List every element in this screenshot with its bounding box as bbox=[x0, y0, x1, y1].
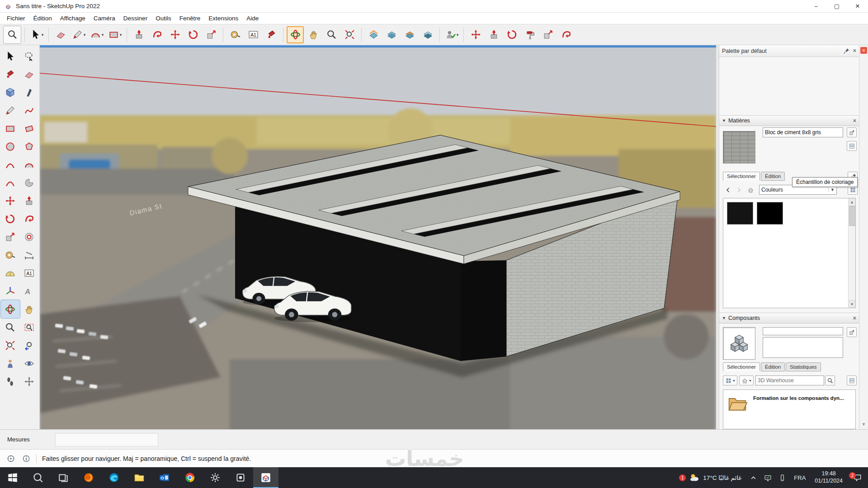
collapse-triangle-icon[interactable]: ▼ bbox=[722, 316, 726, 320]
select-tool-button[interactable]: ▾ bbox=[28, 26, 45, 43]
material-preview-thumbnail[interactable] bbox=[723, 131, 755, 164]
component-preview-thumbnail[interactable] bbox=[723, 327, 755, 360]
push-pull-tool-button[interactable] bbox=[130, 26, 147, 43]
viewport-canvas[interactable]: Diama St bbox=[40, 47, 716, 429]
material-swatch-1[interactable] bbox=[757, 202, 783, 225]
rotated-rectangle-tool-button[interactable] bbox=[20, 119, 39, 137]
materials-tab-selectionner[interactable]: Sélectionner bbox=[723, 172, 760, 181]
zoom-extents-tool-button[interactable] bbox=[1, 336, 20, 354]
weather-widget[interactable]: 1 17°C غائم غالبًا bbox=[675, 472, 746, 483]
select-tool-button[interactable] bbox=[1, 47, 20, 65]
protractor-tool-button[interactable] bbox=[1, 264, 20, 282]
zoom-window-tool-button[interactable] bbox=[20, 318, 39, 336]
scale-tool-button[interactable] bbox=[203, 26, 220, 43]
move-tool-button[interactable] bbox=[1, 192, 20, 210]
taskbar-chrome-icon[interactable] bbox=[177, 467, 203, 488]
tape-measure-tool-button[interactable] bbox=[1, 246, 20, 264]
materials-close-icon[interactable]: ✕ bbox=[853, 118, 857, 124]
rotate-tool-button[interactable] bbox=[184, 26, 202, 43]
components-tab-edition[interactable]: Édition bbox=[761, 362, 785, 371]
polygon-tool-button[interactable] bbox=[20, 137, 39, 155]
pie-tool-button[interactable] bbox=[20, 174, 39, 192]
collapse-triangle-icon[interactable]: ▼ bbox=[722, 118, 726, 123]
text-tool-button[interactable]: A1 bbox=[20, 264, 39, 282]
menu-item-8[interactable]: Aide bbox=[242, 13, 263, 24]
arc-tool-button[interactable] bbox=[1, 155, 20, 174]
walk-tool-button[interactable] bbox=[1, 372, 20, 390]
push-pull-2-tool-button[interactable] bbox=[485, 26, 502, 43]
notification-center-button[interactable]: 2 bbox=[847, 473, 868, 482]
create-material-button[interactable] bbox=[847, 127, 857, 137]
taskbar-sketchup-icon[interactable] bbox=[253, 467, 278, 488]
components-home-button[interactable]: ▾ bbox=[739, 375, 754, 385]
menu-item-4[interactable]: Dessiner bbox=[119, 13, 151, 24]
pin-icon[interactable] bbox=[843, 47, 850, 54]
display-section-cuts-tool-button[interactable] bbox=[401, 26, 418, 43]
geolocation-icon[interactable] bbox=[6, 454, 15, 463]
menu-item-7[interactable]: Extensions bbox=[204, 13, 242, 24]
home-icon[interactable] bbox=[745, 185, 755, 195]
eraser-tool-button[interactable] bbox=[52, 26, 69, 43]
circle-tool-button[interactable] bbox=[1, 137, 20, 155]
move-copy-tool-button[interactable] bbox=[467, 26, 484, 43]
sample-pen-tool-button[interactable] bbox=[20, 83, 39, 101]
tray-phone-icon[interactable] bbox=[775, 474, 789, 482]
axes-tool-button[interactable] bbox=[1, 282, 20, 300]
dropdown-caret-icon[interactable]: ▾ bbox=[102, 33, 104, 37]
dropdown-caret-icon[interactable]: ▾ bbox=[42, 33, 44, 37]
rotate-tool-button[interactable] bbox=[1, 210, 20, 228]
tray-close-button[interactable]: ✕ bbox=[860, 47, 867, 54]
display-section-planes-tool-button[interactable] bbox=[383, 26, 400, 43]
taskbar-file-explorer-icon[interactable] bbox=[127, 467, 152, 488]
menu-item-1[interactable]: Édition bbox=[29, 13, 56, 24]
taskbar-app-icon[interactable] bbox=[228, 467, 253, 488]
section-plane-tool-button[interactable] bbox=[365, 26, 382, 43]
rotate-copy-tool-button[interactable] bbox=[503, 26, 520, 43]
viewport[interactable]: Diama St bbox=[40, 45, 716, 429]
material-name-input[interactable] bbox=[763, 127, 843, 137]
taskbar-task-view-icon[interactable] bbox=[51, 467, 76, 488]
arcs-tool-button[interactable]: ▾ bbox=[88, 26, 105, 43]
taskbar-outlook-icon[interactable]: O bbox=[152, 467, 177, 488]
pan-tool-button[interactable] bbox=[305, 26, 322, 43]
maximize-button[interactable]: ▢ bbox=[826, 0, 847, 12]
dropdown-caret-icon[interactable]: ▾ bbox=[457, 33, 459, 37]
dimensions-tool-button[interactable] bbox=[20, 246, 39, 264]
menu-item-0[interactable]: Fichier bbox=[3, 13, 29, 24]
zoom-tool-button[interactable] bbox=[1, 318, 20, 336]
move-tool-button[interactable] bbox=[166, 26, 184, 43]
materials-swatch-list[interactable]: ▲ ▼ bbox=[723, 198, 856, 308]
zoom-tool-button[interactable] bbox=[3, 26, 21, 44]
push-pull-tool-button[interactable] bbox=[20, 192, 39, 210]
menu-item-6[interactable]: Fenêtre bbox=[175, 13, 205, 24]
components-view-button[interactable]: ▾ bbox=[723, 375, 737, 385]
scroll-down-icon[interactable]: ▼ bbox=[849, 300, 855, 308]
menu-item-2[interactable]: Affichage bbox=[56, 13, 90, 24]
building-dark-wall-corner[interactable] bbox=[461, 260, 506, 361]
lasso-tool-button[interactable] bbox=[20, 47, 39, 65]
three-point-arc-tool-button[interactable] bbox=[1, 174, 20, 192]
clock[interactable]: 19:48 01/11/2024 bbox=[810, 470, 847, 484]
line-tool-button[interactable] bbox=[1, 101, 20, 119]
zoom-previous-tool-button[interactable] bbox=[20, 336, 39, 354]
display-section-fill-tool-button[interactable] bbox=[419, 26, 436, 43]
scale-tool-button[interactable] bbox=[1, 228, 20, 246]
close-button[interactable]: ✕ bbox=[847, 0, 868, 12]
components-tab-selectionner[interactable]: Sélectionner bbox=[723, 362, 760, 371]
zoom-extents-tool-button[interactable] bbox=[341, 26, 358, 43]
shapes-tool-button[interactable]: ▾ bbox=[106, 26, 123, 43]
scroll-thumb[interactable] bbox=[849, 206, 856, 226]
components-section-header[interactable]: ▼ Composants ✕ bbox=[719, 313, 859, 324]
back-arrow-icon[interactable] bbox=[723, 185, 733, 195]
orbit-tool-button[interactable] bbox=[287, 26, 304, 43]
paint-bucket-tool-button[interactable] bbox=[1, 65, 20, 83]
orbit-tool-button[interactable] bbox=[1, 300, 20, 318]
3d-text-tool-button[interactable]: A bbox=[20, 282, 39, 300]
taskbar-firefox-icon[interactable] bbox=[76, 467, 101, 488]
paint-bucket-tool-button[interactable] bbox=[263, 26, 280, 43]
scroll-up-icon[interactable]: ▲ bbox=[849, 198, 855, 206]
search-icon[interactable] bbox=[825, 375, 835, 385]
menu-item-3[interactable]: Caméra bbox=[90, 13, 119, 24]
warehouse-search-input[interactable] bbox=[755, 375, 824, 385]
components-secondary-pane-button[interactable] bbox=[847, 375, 857, 385]
